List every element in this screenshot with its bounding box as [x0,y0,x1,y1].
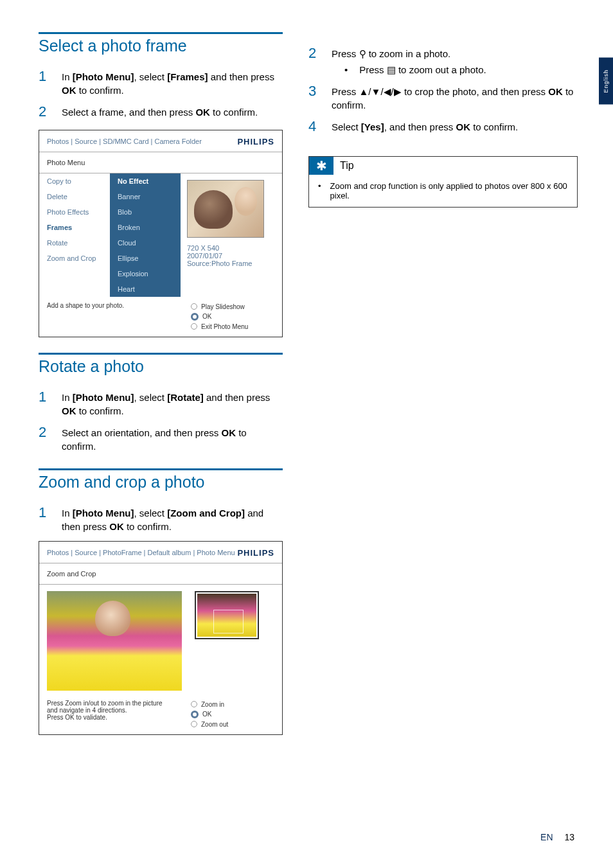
left-column: Select a photo frame 1 In [Photo Menu], … [39,32,283,750]
menu-item: Blob [115,204,175,220]
breadcrumb: Photos | Source | PhotoFrame | Default a… [47,549,235,556]
steps-rotate: 1 In [Photo Menu], select [Rotate] and t… [39,387,283,453]
menu-item: Banner [115,189,175,204]
steps-zoom: 1 In [Photo Menu], select [Zoom and Crop… [39,503,283,533]
menu-item: Frames [44,220,105,235]
right-column: 2 Press ⚲ to zoom in a photo. • Press ▤ … [308,32,578,750]
screenshot-frames-menu: Photos | Source | SD/MMC Card | Camera F… [39,130,283,337]
tip-box: ✱ Tip • Zoom and crop function is only a… [308,156,578,208]
zoom-preview-small [195,591,259,639]
zoom-out-icon: ▤ [387,64,396,75]
step-number: 1 [39,67,50,97]
photo-meta: Source:Photo Frame [187,260,276,267]
step-text: In [Photo Menu], select [Rotate] and the… [62,387,283,418]
step-text: In [Photo Menu], select [Frames] and the… [62,67,283,97]
steps-zoom-continued: 2 Press ⚲ to zoom in a photo. • Press ▤ … [308,44,578,137]
menu-column-2: No EffectBannerBlobBrokenCloudEllipseExp… [110,173,181,297]
step-number: 4 [308,117,320,137]
breadcrumb: Photos | Source | SD/MMC Card | Camera F… [47,137,202,145]
step-text: Press ▲/▼/◀/▶ to crop the photo, and the… [332,82,578,112]
button-hint: Play Slideshow [191,302,274,312]
step-number: 1 [39,387,50,418]
menu-item: Cloud [115,235,175,251]
step-text: Select a frame, and then press OK to con… [62,102,283,122]
screenshot-zoom-crop: Photos | Source | PhotoFrame | Default a… [39,541,283,735]
zoom-preview-large [47,591,182,691]
zoom-in-icon: ⚲ [359,48,366,59]
ring-icon [191,721,197,727]
button-hint: Zoom in [191,700,274,709]
step-number: 2 [39,423,50,453]
tip-body-text: Zoom and crop function is only applied t… [330,181,568,200]
page-footer: EN 13 [540,832,574,842]
menu-title: Zoom and Crop [39,563,282,585]
menu-column-1: Copy toDeletePhoto EffectsFramesRotateZo… [39,173,110,297]
ring-icon [191,323,197,330]
step-number: 2 [308,44,320,76]
section-title-rotate: Rotate a photo [39,353,283,376]
brand-logo: PHILIPS [237,548,274,558]
tip-icon: ✱ [309,157,333,175]
button-hint: Zoom out [191,720,274,729]
section-title-frames: Select a photo frame [39,32,283,55]
menu-item: Photo Effects [44,204,105,220]
button-hint: Exit Photo Menu [191,322,274,332]
step-number: 1 [39,503,50,533]
menu-item: Broken [115,220,175,235]
ring-icon [191,701,197,707]
preview-photo [187,180,264,238]
button-hints: Play SlideshowOKExit Photo Menu [191,302,274,332]
step-text: Select an orientation, and then press OK… [62,423,283,453]
step-text: Select [Yes], and then press OK to confi… [332,117,578,137]
menu-item: Rotate [44,235,105,251]
menu-item: Copy to [44,173,105,189]
menu-item: Delete [44,189,105,204]
ring-icon [191,711,199,718]
footer-lang: EN [540,832,553,842]
ring-icon [191,313,199,321]
steps-frames: 1 In [Photo Menu], select [Frames] and t… [39,67,283,122]
button-hints: Zoom inOKZoom out [191,700,274,729]
menu-item: Explosion [115,266,175,281]
button-hint: OK [191,312,274,322]
menu-title: Photo Menu [39,152,282,173]
menu-item: Ellipse [115,251,175,266]
arrow-keys-icon: ▲/▼/◀/▶ [359,86,402,97]
photo-meta: 2007/01/07 [187,252,276,260]
section-title-zoom: Zoom and crop a photo [39,468,283,492]
button-hint: OK [191,709,274,720]
step-number: 2 [39,102,50,122]
hint-text: Press Zoom in/out to zoom in the picture… [47,700,191,729]
step-number: 3 [308,82,320,112]
menu-item: Zoom and Crop [44,251,105,266]
step-text: Press ⚲ to zoom in a photo. • Press ▤ to… [332,44,578,76]
photo-meta: 720 X 540 [187,244,276,252]
brand-logo: PHILIPS [237,137,274,146]
bullet-icon: • [318,181,321,200]
menu-item: No Effect [115,173,175,189]
bullet-icon: • [344,63,348,76]
preview-column: 720 X 540 2007/01/07 Source:Photo Frame [181,173,282,297]
step-text: In [Photo Menu], select [Zoom and Crop] … [62,503,283,533]
ring-icon [191,303,197,310]
tip-label: Tip [333,160,354,172]
language-tab: English [599,58,613,105]
footer-page-number: 13 [564,832,574,842]
hint-text: Add a shape to your photo. [47,302,191,332]
menu-item: Heart [115,281,175,297]
